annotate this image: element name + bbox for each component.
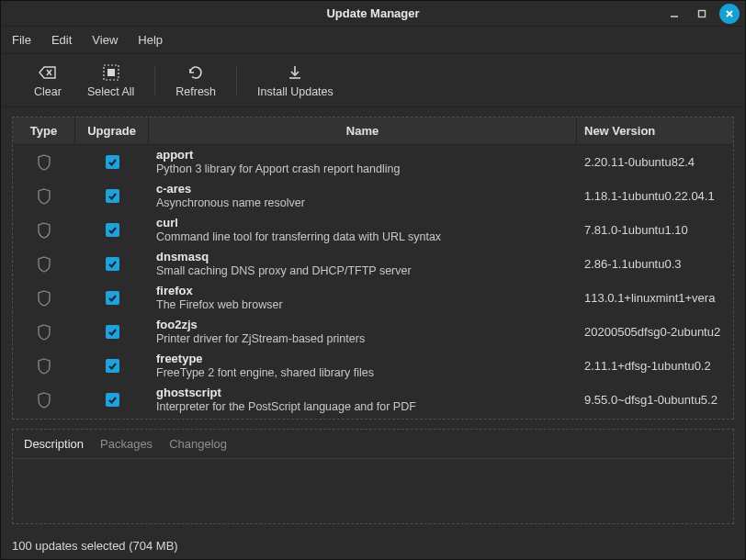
- menu-edit[interactable]: Edit: [51, 33, 72, 47]
- window-controls: [664, 4, 740, 24]
- name-cell: apportPython 3 library for Apport crash …: [149, 145, 577, 179]
- col-header-upgrade[interactable]: Upgrade: [75, 118, 149, 144]
- package-name: freetype: [156, 353, 570, 366]
- package-name: firefox: [156, 285, 570, 298]
- upgrade-checkbox[interactable]: [106, 291, 119, 305]
- package-version: 2.11.1+dfsg-1ubuntu0.2: [584, 359, 711, 373]
- table-row[interactable]: ghostscriptInterpreter for the PostScrip…: [13, 383, 733, 417]
- table-row[interactable]: c-aresAsynchronous name resolver1.18.1-1…: [13, 179, 733, 213]
- upgrade-cell: [75, 247, 149, 281]
- shield-icon: [37, 222, 51, 239]
- shield-icon: [37, 290, 51, 307]
- package-name: dnsmasq: [156, 251, 570, 264]
- upgrade-checkbox[interactable]: [106, 155, 119, 169]
- version-cell: 2.20.11-0ubuntu82.4: [577, 145, 733, 179]
- col-header-version[interactable]: New Version: [577, 118, 733, 144]
- details-panel: Description Packages Changelog: [12, 429, 734, 524]
- package-description: FreeType 2 font engine, shared library f…: [156, 366, 570, 379]
- type-cell: [13, 179, 75, 213]
- toolbar-separator: [154, 65, 155, 96]
- version-cell: 9.55.0~dfsg1-0ubuntu5.2: [577, 383, 733, 417]
- version-cell: 2.86-1.1ubuntu0.3: [577, 247, 733, 281]
- select-all-button[interactable]: Select All: [74, 54, 147, 106]
- table-row[interactable]: foo2zjsPrinter driver for ZjStream-based…: [13, 315, 733, 349]
- window-title: Update Manager: [1, 6, 745, 20]
- table-body[interactable]: apportPython 3 library for Apport crash …: [13, 145, 733, 417]
- select-all-label: Select All: [87, 85, 134, 98]
- version-cell: 20200505dfsg0-2ubuntu2: [577, 315, 733, 349]
- package-version: 7.81.0-1ubuntu1.10: [584, 223, 688, 237]
- name-cell: ghostscriptInterpreter for the PostScrip…: [149, 383, 577, 417]
- menubar: File Edit View Help: [1, 27, 745, 54]
- table-row[interactable]: freetypeFreeType 2 font engine, shared l…: [13, 349, 733, 383]
- details-tabs: Description Packages Changelog: [13, 430, 733, 459]
- type-cell: [13, 315, 75, 349]
- clear-label: Clear: [34, 85, 62, 98]
- package-name: c-ares: [156, 183, 570, 196]
- maximize-button[interactable]: [692, 4, 712, 24]
- toolbar-separator: [236, 65, 237, 96]
- svg-rect-7: [107, 69, 115, 76]
- package-name: curl: [156, 217, 570, 230]
- table-row[interactable]: firefoxThe Firefox web browser113.0.1+li…: [13, 281, 733, 315]
- menu-view[interactable]: View: [92, 33, 118, 47]
- version-cell: 2.11.1+dfsg-1ubuntu0.2: [577, 349, 733, 383]
- upgrade-checkbox[interactable]: [106, 257, 119, 271]
- clear-button[interactable]: Clear: [21, 54, 74, 106]
- toolbar: Clear Select All Refresh Install Updates: [1, 54, 745, 107]
- upgrade-checkbox[interactable]: [106, 189, 119, 203]
- version-cell: 113.0.1+linuxmint1+vera: [577, 281, 733, 315]
- select-all-icon: [103, 63, 119, 82]
- titlebar: Update Manager: [1, 1, 745, 27]
- updates-table: Type Upgrade Name New Version apportPyth…: [12, 117, 734, 420]
- package-description: Small caching DNS proxy and DHCP/TFTP se…: [156, 264, 570, 277]
- maximize-icon: [696, 8, 707, 19]
- upgrade-cell: [75, 281, 149, 315]
- type-cell: [13, 213, 75, 247]
- refresh-label: Refresh: [175, 85, 216, 98]
- name-cell: c-aresAsynchronous name resolver: [149, 179, 577, 213]
- install-updates-button[interactable]: Install Updates: [244, 54, 346, 106]
- minimize-button[interactable]: [664, 4, 684, 24]
- upgrade-checkbox[interactable]: [106, 325, 119, 339]
- upgrade-cell: [75, 213, 149, 247]
- package-description: Interpreter for the PostScript language …: [156, 400, 570, 413]
- refresh-button[interactable]: Refresh: [163, 54, 229, 106]
- tab-description[interactable]: Description: [24, 437, 84, 451]
- menu-file[interactable]: File: [12, 33, 31, 47]
- shield-icon: [37, 188, 51, 205]
- upgrade-checkbox[interactable]: [106, 359, 119, 373]
- col-header-name[interactable]: Name: [149, 118, 577, 144]
- table-row[interactable]: curlCommand line tool for transferring d…: [13, 213, 733, 247]
- shield-icon: [37, 358, 51, 375]
- close-button[interactable]: [719, 4, 740, 24]
- table-row[interactable]: apportPython 3 library for Apport crash …: [13, 145, 733, 179]
- upgrade-checkbox[interactable]: [106, 393, 119, 407]
- shield-icon: [37, 256, 51, 273]
- package-name: apport: [156, 149, 570, 162]
- tab-changelog[interactable]: Changelog: [169, 437, 227, 451]
- package-description: Python 3 library for Apport crash report…: [156, 162, 570, 175]
- shield-icon: [37, 154, 51, 171]
- table-row[interactable]: dnsmasqSmall caching DNS proxy and DHCP/…: [13, 247, 733, 281]
- menu-help[interactable]: Help: [138, 33, 163, 47]
- package-version: 20200505dfsg0-2ubuntu2: [584, 325, 720, 339]
- name-cell: foo2zjsPrinter driver for ZjStream-based…: [149, 315, 577, 349]
- refresh-icon: [187, 63, 204, 82]
- col-header-type[interactable]: Type: [13, 118, 75, 144]
- package-version: 113.0.1+linuxmint1+vera: [584, 291, 715, 305]
- type-cell: [13, 247, 75, 281]
- tab-packages[interactable]: Packages: [100, 437, 153, 451]
- install-icon: [287, 63, 303, 82]
- type-cell: [13, 145, 75, 179]
- upgrade-checkbox[interactable]: [106, 223, 119, 237]
- package-description: Command line tool for transferring data …: [156, 230, 570, 243]
- shield-icon: [37, 392, 51, 409]
- shield-icon: [37, 324, 51, 341]
- close-icon: [724, 8, 735, 19]
- package-description: Asynchronous name resolver: [156, 196, 570, 209]
- package-version: 2.20.11-0ubuntu82.4: [584, 155, 695, 169]
- name-cell: freetypeFreeType 2 font engine, shared l…: [149, 349, 577, 383]
- upgrade-cell: [75, 179, 149, 213]
- name-cell: dnsmasqSmall caching DNS proxy and DHCP/…: [149, 247, 577, 281]
